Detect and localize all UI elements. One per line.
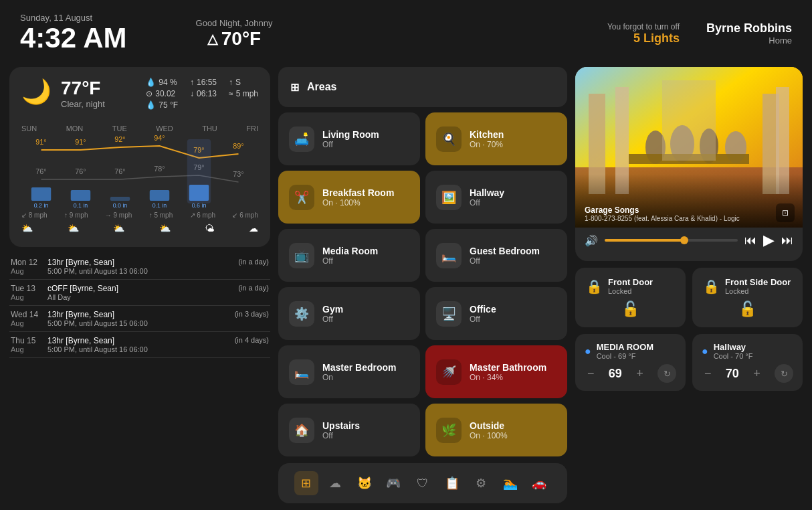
room-card-media-room[interactable]: 📺 Media Room Off [278,229,420,282]
nav-clipboard[interactable]: 📋 [440,471,464,495]
weather-desc: Clear, night [61,99,105,109]
wind-row: ↙ 8 mph ↑ 9 mph → 9 mph ↑ 5 mph ↗ 6 mph … [21,211,258,219]
svg-text:91°: 91° [75,138,86,146]
svg-text:89°: 89° [233,142,243,150]
volume-icon[interactable]: 🔊 [585,234,598,247]
thermo-icon-hallway: ● [702,345,708,357]
svg-text:0.1 in: 0.1 in [153,202,167,209]
weather-card: 🌙 77°F Clear, night 💧94 % ⊙30.02 💧75 °F … [9,67,270,247]
room-card-outside[interactable]: 🌿 Outside On · 100% [425,404,567,456]
room-card-master-bedroom[interactable]: 🛏️ Master Bedroom On [278,345,420,398]
dew-stat: 💧75 °F [146,100,178,110]
room-card-upstairs[interactable]: 🏠 Upstairs Off [278,404,420,456]
thermo-plus-hallway[interactable]: + [750,367,763,381]
thermo-extra-hallway[interactable]: ↻ [775,364,793,383]
thermo-card-hallway: ● Hallway Cool - 70 °F − 70 + ↻ [692,334,803,391]
room-card-office[interactable]: 🖥️ Office Off [425,287,567,340]
areas-header[interactable]: ⊞ Areas [278,67,567,107]
nav-cloud[interactable]: ☁ [323,471,347,495]
thermo-top-hallway: ● Hallway Cool - 70 °F [702,342,793,360]
media-title: Garage Songs [585,205,776,215]
locks-row: 🔒 Front Door Locked 🔓 🔒 Front Side Door … [575,268,803,327]
svg-text:0.1 in: 0.1 in [74,202,88,209]
weather-top: 🌙 77°F Clear, night 💧94 % ⊙30.02 💧75 °F … [21,78,258,118]
lock-info-side: Front Side Door Locked [725,277,791,295]
pressure-stat: ⊙30.02 [146,89,178,98]
rooms-grid: ⊞ Areas 🛋️ Living Room Off 🍳 Kitchen On … [278,67,567,462]
weather-temp-area: 77°F Clear, night [61,78,105,109]
svg-rect-15 [150,190,170,201]
svg-text:92°: 92° [114,135,125,143]
nav-car[interactable]: 🚗 [527,471,551,495]
left-panel: 🌙 77°F Clear, night 💧94 % ⊙30.02 💧75 °F … [9,67,270,503]
chart-container: 91° 91° 92° 94° 79° 89° 76° 76° 76° 78° [21,135,258,209]
thermo-minus-hallway[interactable]: − [702,367,714,381]
user-name: Byrne Robbins [706,21,792,35]
room-info-master-bedroom: Master Bedroom On [322,362,396,382]
svg-rect-34 [662,80,716,161]
lights-alert: You forgot to turn off 5 Lights [607,22,680,46]
thermo-plus-media[interactable]: + [633,367,646,381]
room-info-outside: Outside On · 100% [470,420,508,440]
stat-group-left: 💧94 % ⊙30.02 💧75 °F [146,78,178,110]
thermo-card-media-room: ● MEDIA ROOM Cool - 69 °F − 69 + ↻ [575,334,686,391]
nav-pool[interactable]: 🏊 [498,471,522,495]
media-card: Garage Songs 1-800-273-8255 (feat. Aless… [575,67,803,261]
cal-event-2: Wed 14 Aug 13hr [Byrne, Sean] 5:00 PM, u… [9,306,270,332]
sunrise-stat: ↑16:55 [190,78,217,87]
room-info-breakfast-room: Breakfast Room On · 100% [322,187,394,207]
room-info-kitchen: Kitchen On · 70% [470,129,504,149]
room-info-guest-bedroom: Guest Bedroom Off [470,246,540,266]
lock-icon-bottom-front: 🔓 [621,301,639,318]
nav-home[interactable]: ⊞ [294,471,318,495]
room-icon-gym: ⚙️ [289,301,314,327]
media-subtitle: 1-800-273-8255 (feat. Alessia Cara & Kha… [585,215,776,222]
room-card-guest-bedroom[interactable]: 🛏️ Guest Bedroom Off [425,229,567,282]
stat-group-mid: ↑16:55 ↓06:13 [190,78,217,110]
user-home: Home [706,35,792,46]
media-expand-button[interactable]: ⊡ [776,203,795,222]
lock-card-front-side-door[interactable]: 🔒 Front Side Door Locked 🔓 [692,268,803,327]
cal-event-3: Thu 15 Aug 13hr [Byrne, Sean] 5:00 PM, u… [9,332,270,358]
room-icon-guest-bedroom: 🛏️ [436,243,462,268]
svg-text:76°: 76° [114,167,125,175]
humidity-stat: 💧94 % [146,78,178,87]
room-icon-upstairs: 🏠 [289,418,314,443]
thermo-minus-media[interactable]: − [585,367,597,381]
room-card-kitchen[interactable]: 🍳 Kitchen On · 70% [425,112,567,165]
nav-settings[interactable]: ⚙ [469,471,493,495]
thermo-controls-media: − 69 + ↻ [585,364,676,383]
room-card-master-bathroom[interactable]: 🚿 Master Bathroom On · 34% [425,345,567,398]
main-layout: 🌙 77°F Clear, night 💧94 % ⊙30.02 💧75 °F … [0,67,812,510]
nav-shield[interactable]: 🛡 [411,471,435,495]
room-card-living-room[interactable]: 🛋️ Living Room Off [278,112,420,165]
media-progress-dot [680,236,688,244]
room-info-media-room: Media Room Off [322,246,378,266]
greeting-text: Good Night, Johnny [167,18,301,28]
svg-text:94°: 94° [154,135,165,142]
room-card-gym[interactable]: ⚙️ Gym Off [278,287,420,340]
room-card-breakfast-room[interactable]: ✂️ Breakfast Room On · 100% [278,171,420,224]
room-info-upstairs: Upstairs Off [322,420,360,440]
lock-info-front: Front Door Locked [608,277,653,295]
nav-game[interactable]: 🎮 [381,471,405,495]
lock-card-front-door[interactable]: 🔒 Front Door Locked 🔓 [575,268,686,327]
wind-speed-stat: ≈5 mph [229,89,258,98]
room-icon-master-bathroom: 🚿 [436,359,462,385]
svg-text:78°: 78° [154,165,165,173]
media-prev-button[interactable]: ⏮ [744,234,756,248]
media-play-button[interactable]: ▶ [763,232,775,249]
room-card-hallway[interactable]: 🖼️ Hallway Off [425,171,567,224]
forecast-svg: 91° 91° 92° 94° 79° 89° 76° 76° 76° 78° [21,135,258,209]
nav-cat[interactable]: 🐱 [352,471,377,495]
thermo-info-hallway: Hallway Cool - 70 °F [714,342,753,360]
alert-value: 5 Lights [607,31,680,46]
lock-icon-side: 🔒 [703,278,720,294]
media-next-button[interactable]: ⏭ [781,234,793,248]
calendar-section: Mon 12 Aug 13hr [Byrne, Sean] 5:00 PM, u… [9,254,270,503]
thermo-extra-media[interactable]: ↻ [657,364,676,383]
top-bar: Sunday, 11 August 4:32 AM Good Night, Jo… [0,0,812,67]
media-progress-bar[interactable] [605,239,738,242]
time-display: 4:32 AM [20,23,167,54]
areas-icon: ⊞ [290,81,299,94]
